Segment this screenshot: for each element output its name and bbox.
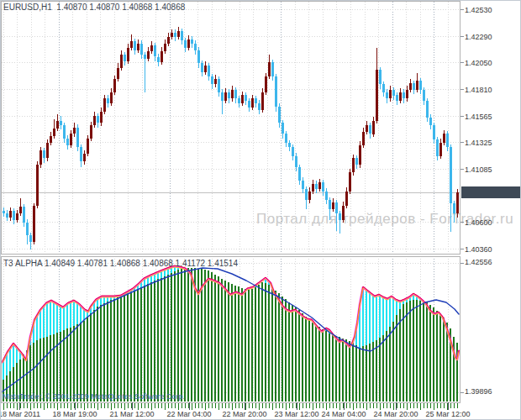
minor-time-tick <box>94 403 95 408</box>
green-bar <box>345 339 347 402</box>
candle-body <box>70 134 72 144</box>
candle-body <box>36 165 39 206</box>
green-bar <box>107 302 108 402</box>
candle-body <box>56 121 59 129</box>
green-bar <box>113 299 115 402</box>
minor-time-tick <box>101 403 102 408</box>
candle-body <box>201 63 203 72</box>
minor-time-tick <box>151 403 152 410</box>
price-axis-label: 1.41325 <box>465 139 492 147</box>
candle-body <box>113 79 116 92</box>
green-bar <box>352 343 354 402</box>
candle-body <box>318 182 321 189</box>
minor-time-tick <box>272 403 273 410</box>
minor-time-tick <box>407 403 408 410</box>
minor-time-tick <box>111 403 112 410</box>
minor-time-tick <box>229 403 229 408</box>
minor-time-tick <box>158 403 159 408</box>
minor-time-tick <box>114 403 115 408</box>
price-axis-label: 1.40360 <box>465 245 492 254</box>
current-price-tag: 1.40868 <box>461 186 520 198</box>
green-bar <box>386 331 387 402</box>
green-bar <box>167 275 169 402</box>
candle-body <box>187 39 190 49</box>
minor-time-tick <box>353 403 354 410</box>
green-bar <box>204 270 206 402</box>
green-bar <box>439 313 441 402</box>
price-tick <box>460 142 464 143</box>
green-bar <box>322 329 324 402</box>
candle-body <box>406 90 408 99</box>
minor-time-tick <box>138 403 139 410</box>
green-bar <box>73 326 75 402</box>
minor-time-tick <box>279 403 280 408</box>
minor-time-tick <box>437 403 438 408</box>
green-bar <box>181 269 182 402</box>
minor-time-tick <box>74 403 75 408</box>
candle-body <box>439 143 442 156</box>
minor-time-tick <box>87 403 88 408</box>
aqua-bar <box>16 348 18 365</box>
candle-body <box>392 90 395 96</box>
minor-time-tick <box>17 403 18 410</box>
green-bar <box>76 324 78 402</box>
candle-body <box>261 92 264 110</box>
candle-body <box>315 184 318 190</box>
green-bar <box>70 328 71 402</box>
candle-body <box>433 125 435 139</box>
minor-time-tick <box>427 403 428 408</box>
green-bar <box>177 270 179 402</box>
candle-body <box>248 101 250 108</box>
minor-time-tick <box>108 403 108 408</box>
candle-body <box>382 84 385 92</box>
chart-canvas[interactable]: 1.425301.422901.420501.418101.415651.413… <box>1 1 521 420</box>
candles <box>3 27 459 249</box>
time-axis-label: 22 Mar 04:00 <box>166 410 211 418</box>
candle-body <box>389 90 392 99</box>
minor-time-tick <box>13 403 14 408</box>
candle-body <box>366 125 368 132</box>
green-bar <box>359 348 360 402</box>
green-bar <box>124 295 125 402</box>
time-axis-label: 22 Mar 20:00 <box>222 410 266 418</box>
minor-time-tick <box>299 403 300 410</box>
minor-time-tick <box>440 403 441 408</box>
candle-body <box>329 200 331 209</box>
green-bar <box>214 275 216 402</box>
candle-body <box>332 202 334 209</box>
minor-time-tick <box>84 403 85 410</box>
candle-body <box>245 95 247 101</box>
price-tick <box>460 89 464 90</box>
price-axis-label: 1.42290 <box>465 33 492 41</box>
aqua-bar <box>43 306 45 339</box>
green-bar <box>312 323 313 402</box>
aqua-bar <box>80 306 82 323</box>
time-axis-label: 24 Mar 04:00 <box>321 410 366 418</box>
minor-time-tick <box>121 403 122 408</box>
candle-body <box>238 98 240 102</box>
minor-time-tick <box>444 403 445 408</box>
candle-body <box>285 134 287 143</box>
candle-body <box>376 70 378 120</box>
candle-body <box>83 154 86 161</box>
minor-time-tick <box>249 403 250 408</box>
minor-time-tick <box>222 403 223 408</box>
green-bar <box>261 282 263 402</box>
aqua-bar <box>9 349 11 373</box>
candle-body <box>29 235 32 242</box>
minor-time-tick <box>282 403 283 408</box>
candle-body <box>43 150 45 158</box>
aqua-bar <box>389 297 391 328</box>
candle-body <box>255 98 257 102</box>
green-bar <box>191 268 192 402</box>
green-bar <box>342 339 344 402</box>
minor-time-tick <box>326 403 327 410</box>
candle-body <box>174 33 176 37</box>
minor-time-tick <box>346 403 347 408</box>
candle-body <box>349 172 351 191</box>
green-bar <box>349 341 350 402</box>
minor-time-tick <box>188 403 189 408</box>
candle-body <box>342 206 345 220</box>
aqua-bar <box>70 302 71 328</box>
green-bar <box>184 268 186 402</box>
